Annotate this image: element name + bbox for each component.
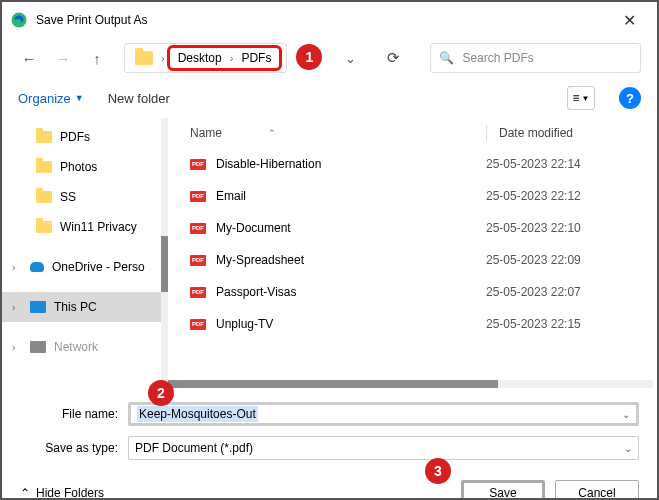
file-name: Email	[216, 189, 486, 203]
edge-icon	[10, 11, 28, 29]
file-row[interactable]: PDFEmail25-05-2023 22:12	[168, 180, 657, 212]
file-row[interactable]: PDFDisable-Hibernation25-05-2023 22:14	[168, 148, 657, 180]
sidebar-item-ss[interactable]: SS	[2, 182, 168, 212]
save-button[interactable]: Save	[461, 480, 545, 500]
titlebar: Save Print Output As ✕	[2, 2, 657, 38]
file-name: My-Document	[216, 221, 486, 235]
file-pane: Name⌃ Date modified PDFDisable-Hibernati…	[168, 118, 657, 388]
file-date: 25-05-2023 22:12	[486, 189, 581, 203]
file-date: 25-05-2023 22:09	[486, 253, 581, 267]
search-icon: 🔍	[439, 51, 454, 65]
filename-row: File name: Keep-Mosquitoes-Out⌄	[20, 400, 639, 428]
refresh-button[interactable]: ⟳	[382, 47, 404, 69]
horizontal-scrollbar[interactable]	[168, 380, 653, 388]
back-button[interactable]: ←	[18, 47, 40, 69]
file-row[interactable]: PDFUnplug-TV25-05-2023 22:15	[168, 308, 657, 340]
expand-icon[interactable]: ›	[12, 262, 15, 273]
folder-icon	[135, 51, 153, 65]
file-name: Passport-Visas	[216, 285, 486, 299]
search-placeholder: Search PDFs	[462, 51, 533, 65]
file-date: 25-05-2023 22:14	[486, 157, 581, 171]
column-date[interactable]: Date modified	[499, 126, 657, 140]
cancel-button[interactable]: Cancel	[555, 480, 639, 500]
annotation-badge-2: 2	[148, 380, 174, 406]
organize-menu[interactable]: Organize▼	[18, 91, 84, 106]
pdf-icon: PDF	[190, 220, 206, 236]
file-name: My-Spreadsheet	[216, 253, 486, 267]
column-header-row: Name⌃ Date modified	[168, 118, 657, 148]
breadcrumb-pdfs[interactable]: PDFs	[235, 49, 277, 67]
folder-icon	[36, 191, 52, 203]
savetype-select[interactable]: PDF Document (*.pdf)⌄	[128, 436, 639, 460]
view-options-button[interactable]: ≡ ▼	[567, 86, 595, 110]
annotation-badge-1: 1	[296, 44, 322, 70]
file-date: 25-05-2023 22:07	[486, 285, 581, 299]
sidebar-item-thispc[interactable]: ›This PC	[2, 292, 168, 322]
folder-icon	[36, 161, 52, 173]
expand-icon[interactable]: ›	[12, 342, 15, 353]
sidebar-item-network[interactable]: ›Network	[2, 332, 168, 362]
sidebar-item-pdfs[interactable]: PDFs	[2, 122, 168, 152]
onedrive-icon	[30, 262, 44, 272]
pdf-icon: PDF	[190, 252, 206, 268]
breadcrumb[interactable]: › Desktop › PDFs 1	[124, 43, 287, 73]
toolbar: Organize▼ New folder ≡ ▼ ?	[2, 78, 657, 118]
file-row[interactable]: PDFMy-Spreadsheet25-05-2023 22:09	[168, 244, 657, 276]
new-folder-button[interactable]: New folder	[108, 91, 170, 106]
pdf-icon: PDF	[190, 284, 206, 300]
savetype-row: Save as type: PDF Document (*.pdf)⌄	[20, 434, 639, 462]
chevron-down-icon[interactable]: ⌄	[622, 409, 630, 420]
pdf-icon: PDF	[190, 156, 206, 172]
pdf-icon: PDF	[190, 316, 206, 332]
sidebar-item-photos[interactable]: Photos	[2, 152, 168, 182]
button-row: ⌃Hide Folders 3 Save Cancel	[20, 480, 639, 500]
main-area: PDFs Photos SS Win11 Privacy ›OneDrive -…	[2, 118, 657, 388]
breadcrumb-dropdown[interactable]: ⌄	[345, 51, 356, 66]
help-button[interactable]: ?	[619, 87, 641, 109]
folder-icon	[36, 221, 52, 233]
file-date: 25-05-2023 22:10	[486, 221, 581, 235]
annotation-badge-3: 3	[425, 458, 451, 484]
filename-label: File name:	[20, 407, 128, 421]
network-icon	[30, 341, 46, 353]
chevron-down-icon: ▼	[75, 93, 84, 103]
hide-folders-button[interactable]: ⌃Hide Folders	[20, 486, 104, 500]
file-row[interactable]: PDFPassport-Visas25-05-2023 22:07	[168, 276, 657, 308]
chevron-down-icon[interactable]: ⌄	[624, 443, 632, 454]
sidebar: PDFs Photos SS Win11 Privacy ›OneDrive -…	[2, 118, 168, 388]
pc-icon	[30, 301, 46, 313]
savetype-label: Save as type:	[20, 441, 128, 455]
file-date: 25-05-2023 22:15	[486, 317, 581, 331]
forward-button[interactable]: →	[52, 47, 74, 69]
file-name: Disable-Hibernation	[216, 157, 486, 171]
expand-icon[interactable]: ›	[12, 302, 15, 313]
breadcrumb-highlight: Desktop › PDFs	[167, 45, 283, 71]
scrollbar-thumb[interactable]	[168, 380, 498, 388]
chevron-icon: ›	[159, 52, 167, 64]
sidebar-item-win11privacy[interactable]: Win11 Privacy	[2, 212, 168, 242]
file-row[interactable]: PDFMy-Document25-05-2023 22:10	[168, 212, 657, 244]
up-button[interactable]: ↑	[86, 47, 108, 69]
nav-row: ← → ↑ › Desktop › PDFs 1 ⌄ ⟳ 🔍 Search PD…	[2, 38, 657, 78]
sidebar-item-onedrive[interactable]: ›OneDrive - Perso	[2, 252, 168, 282]
filename-input[interactable]: Keep-Mosquitoes-Out⌄	[128, 402, 639, 426]
file-name: Unplug-TV	[216, 317, 486, 331]
svg-point-0	[12, 13, 27, 28]
bottom-panel: 2 File name: Keep-Mosquitoes-Out⌄ Save a…	[2, 388, 657, 500]
folder-icon	[36, 131, 52, 143]
column-name[interactable]: Name⌃	[190, 126, 486, 140]
pdf-icon: PDF	[190, 188, 206, 204]
scrollbar-thumb[interactable]	[161, 236, 168, 292]
chevron-icon: ›	[228, 52, 236, 64]
sort-indicator-icon: ⌃	[268, 128, 276, 138]
close-button[interactable]: ✕	[609, 11, 649, 30]
breadcrumb-desktop[interactable]: Desktop	[172, 49, 228, 67]
search-input[interactable]: 🔍 Search PDFs	[430, 43, 641, 73]
chevron-up-icon: ⌃	[20, 486, 30, 500]
window-title: Save Print Output As	[36, 13, 609, 27]
sidebar-scrollbar[interactable]	[161, 118, 168, 388]
